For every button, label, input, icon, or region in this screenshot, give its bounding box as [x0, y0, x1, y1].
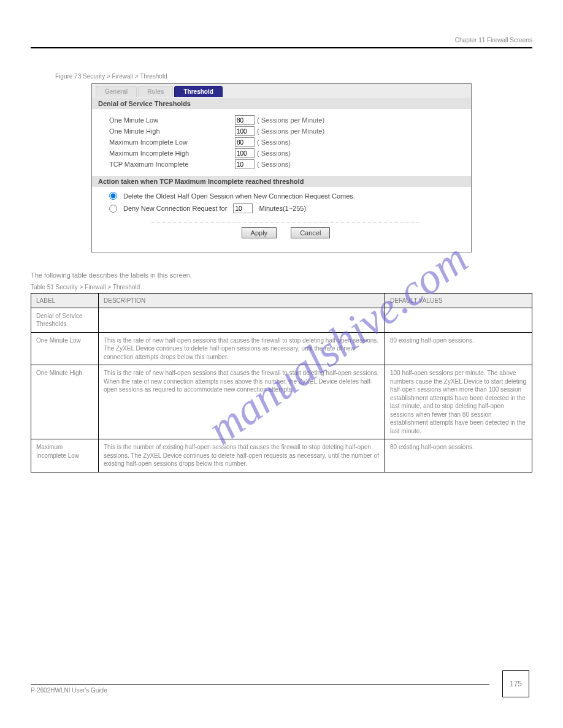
table-row: Denial of Service Thresholds: [31, 308, 532, 332]
input-one-minute-low[interactable]: [235, 115, 255, 125]
input-one-minute-high[interactable]: [235, 126, 255, 136]
label-deny-new-post: Minutes(1~255): [259, 205, 306, 212]
section-dos-thresholds: Denial of Service Thresholds: [92, 97, 471, 109]
cell: One Minute Low: [31, 332, 99, 365]
cell: 80 existing half-open sessions.: [385, 439, 532, 472]
radio-deny-new[interactable]: [109, 205, 117, 213]
th-label: LABEL: [31, 293, 99, 308]
cell: [385, 308, 532, 332]
table-row: One Minute High This is the rate of new …: [31, 365, 532, 439]
label-max-inc-high: Maximum Incomplete High: [109, 150, 235, 157]
radio-delete-oldest[interactable]: [109, 192, 117, 200]
tab-bar: General Rules Threshold: [92, 84, 471, 97]
th-description: DESCRIPTION: [99, 293, 385, 308]
cell: This is the rate of new half-open sessio…: [99, 332, 385, 365]
input-deny-minutes[interactable]: [233, 203, 253, 213]
input-max-inc-high[interactable]: [235, 148, 255, 158]
dos-form: One Minute Low ( Sessions per Minute) On…: [92, 109, 471, 175]
cell: One Minute High: [31, 365, 99, 439]
unit-max-inc-low: ( Sessions): [257, 138, 291, 146]
unit-one-minute-low: ( Sessions per Minute): [257, 116, 324, 124]
figure-caption: Figure 73 Security > Firewall > Threshol…: [55, 73, 532, 80]
input-max-inc-low[interactable]: [235, 137, 255, 147]
label-one-minute-low: One Minute Low: [109, 116, 235, 124]
cell: Denial of Service Thresholds: [31, 308, 99, 332]
apply-button[interactable]: Apply: [242, 227, 277, 238]
label-delete-oldest: Delete the Oldest Half Open Session when…: [123, 192, 355, 200]
threshold-description-table: LABEL DESCRIPTION DEFAULT VALUES Denial …: [31, 293, 532, 472]
label-tcp-max-inc: TCP Maximum Incomplete: [109, 161, 235, 168]
table-row: One Minute Low This is the rate of new h…: [31, 332, 532, 365]
label-deny-new-pre: Deny New Connection Request for: [123, 205, 227, 212]
cell: This is the rate of new half-open sessio…: [99, 365, 385, 439]
label-one-minute-high: One Minute High: [109, 127, 235, 135]
tab-threshold[interactable]: Threshold: [174, 86, 222, 97]
chapter-header: Chapter 11 Firewall Screens: [31, 37, 532, 44]
divider: [151, 222, 420, 222]
tab-rules[interactable]: Rules: [138, 86, 173, 97]
table-caption: Table 51 Security > Firewall > Threshold: [31, 284, 532, 290]
input-tcp-max-inc[interactable]: [235, 159, 255, 169]
label-max-inc-low: Maximum Incomplete Low: [109, 138, 235, 146]
top-rule: [31, 47, 532, 48]
page-number: 175: [502, 670, 529, 697]
footer-text: P-2602HWLNI User's Guide: [31, 687, 107, 694]
action-form: Delete the Oldest Half Open Session when…: [92, 187, 471, 252]
table-row: Maximum Incomplete Low This is the numbe…: [31, 439, 532, 472]
bottom-rule: [31, 684, 489, 685]
cell: [99, 308, 385, 332]
th-default: DEFAULT VALUES: [385, 293, 532, 308]
unit-one-minute-high: ( Sessions per Minute): [257, 127, 324, 135]
cell: Maximum Incomplete Low: [31, 439, 99, 472]
unit-max-inc-high: ( Sessions): [257, 150, 291, 157]
cell: 100 half-open sessions per minute. The a…: [385, 365, 532, 439]
unit-tcp-max-inc: ( Sessions): [257, 161, 291, 168]
cancel-button[interactable]: Cancel: [291, 227, 330, 238]
section-action-taken: Action taken when TCP Maximum Incomplete…: [92, 175, 471, 187]
cell: This is the number of existing half-open…: [99, 439, 385, 472]
table-note: The following table describes the labels…: [31, 271, 532, 280]
firewall-threshold-panel: General Rules Threshold Denial of Servic…: [91, 83, 472, 252]
tab-general[interactable]: General: [96, 86, 137, 97]
cell: 80 existing half-open sessions.: [385, 332, 532, 365]
